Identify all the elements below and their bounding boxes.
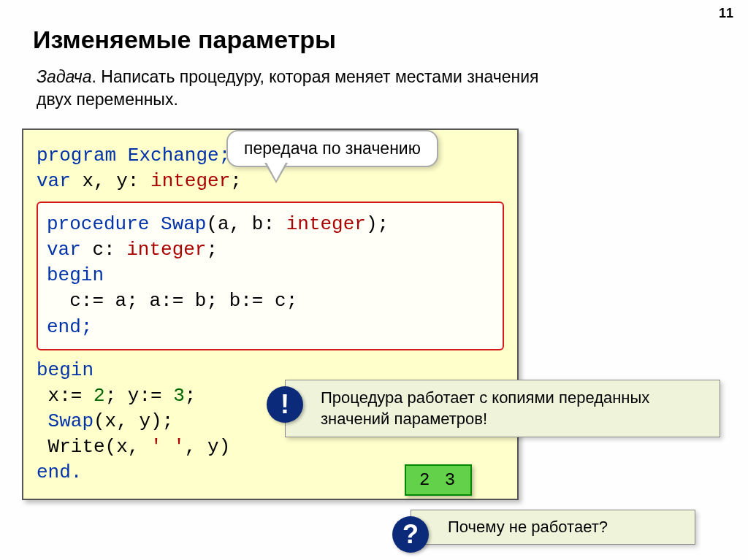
callout-text: передача по значению — [244, 139, 421, 158]
procedure-box: procedure Swap(a, b: integer); var c: in… — [37, 202, 504, 350]
text: (x, y); — [94, 410, 173, 432]
code-line: end; — [47, 315, 494, 340]
output-box: 2 3 — [405, 464, 472, 496]
text: (a, b: — [206, 213, 286, 235]
task-text: Задача. Написать процедуру, которая меня… — [37, 66, 562, 111]
text: x:= — [37, 385, 94, 407]
string: ' ' — [150, 436, 185, 458]
text: x, y: — [71, 170, 150, 192]
text: , y) — [185, 436, 230, 458]
callout-bubble: передача по значению — [226, 130, 438, 167]
identifier: Swap — [37, 410, 94, 432]
question-text: Почему не работает? — [448, 518, 608, 536]
code-line: Write(x, ' ', y) — [37, 434, 504, 460]
keyword: program — [37, 145, 116, 166]
exclamation-icon: ! — [267, 386, 303, 423]
note-box: ! Процедура работает с копиями переданны… — [285, 380, 720, 437]
task-body: . Написать процедуру, которая меняет мес… — [37, 67, 539, 109]
code-block: program Exchange; var x, y: integer; pro… — [22, 129, 519, 500]
text: ; — [230, 170, 242, 192]
keyword: var — [37, 170, 71, 192]
question-icon: ? — [392, 516, 429, 553]
question-box: ? Почему не работает? — [411, 510, 695, 545]
code-line: procedure Swap(a, b: integer); — [47, 212, 494, 237]
keyword: var — [47, 239, 81, 261]
number: 2 — [94, 385, 105, 407]
type: integer — [150, 170, 230, 192]
type: integer — [286, 213, 366, 235]
identifier: Swap — [149, 213, 206, 235]
text: c: — [81, 239, 126, 261]
code-line: begin — [47, 263, 494, 288]
text: ; y:= — [105, 385, 174, 407]
page-number: 11 — [719, 6, 733, 21]
text: ; — [206, 239, 218, 261]
note-text: Процедура работает с копиями переданных … — [321, 388, 649, 428]
text: Write(x, — [37, 436, 150, 458]
bubble-tail-inner — [267, 163, 286, 180]
slide-title: Изменяемые параметры — [33, 26, 336, 54]
identifier: Exchange; — [116, 145, 230, 166]
code-line: var c: integer; — [47, 237, 494, 263]
task-label: Задача — [37, 67, 92, 86]
number: 3 — [173, 385, 185, 407]
code-line: c:= a; a:= b; b:= c; — [47, 288, 494, 314]
text: ; — [185, 385, 196, 407]
keyword: procedure — [47, 213, 149, 235]
text: ); — [366, 213, 389, 235]
type: integer — [126, 239, 206, 261]
